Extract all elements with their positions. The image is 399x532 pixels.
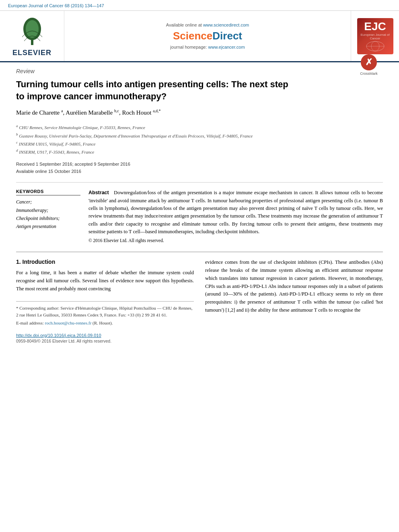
sciencedirect-url-link[interactable]: www.sciencedirect.com	[203, 23, 249, 27]
footnote-email: E-mail address: roch.houot@chu-rennes.fr…	[16, 320, 194, 327]
keyword-3: Checkpoint inhibitors;	[16, 214, 80, 222]
introduction-left-text: For a long time, it has been a matter of…	[16, 269, 194, 293]
keywords-list: Cancer; Immunotherapy; Checkpoint inhibi…	[16, 198, 80, 231]
keyword-4: Antigen presentation	[16, 222, 80, 230]
abstract-column: Abstract Downregulation/loss of the anti…	[88, 189, 383, 243]
sciencedirect-logo: ScienceDirect	[173, 30, 242, 42]
journal-reference: European Journal of Cancer 68 (2016) 134…	[8, 3, 104, 8]
section-divider	[16, 252, 383, 252]
author-1: Marie de Charette a	[16, 109, 63, 116]
ejc-globe-icon	[365, 40, 385, 52]
sciencedirect-logo-text: Direct	[212, 30, 242, 42]
elsevier-brand-name: ELSEVIER	[12, 49, 51, 57]
author-2: Aurélien Marabelle b,c	[66, 109, 119, 116]
article-title: Turning tumour cells into antigen presen…	[16, 78, 298, 102]
dates-section: Received 1 September 2016; accepted 9 Se…	[16, 161, 383, 175]
center-header: Available online at www.sciencedirect.co…	[64, 11, 351, 61]
authors-line: Marie de Charette a, Aurélien Marabelle …	[16, 109, 383, 116]
crossmark-label: CrossMark	[360, 72, 378, 76]
introduction-section: 1. Introduction For a long time, it has …	[16, 259, 383, 343]
keywords-title: KEYWORDS	[16, 189, 80, 195]
section-type-label: Review	[16, 68, 383, 74]
footnotes-section: * Corresponding author: Service d'Hémato…	[16, 301, 194, 327]
divider-1	[16, 182, 383, 183]
introduction-right-col: evidence comes from the use of checkpoin…	[205, 259, 383, 343]
elsevier-logo-box: ELSEVIER	[0, 11, 64, 61]
page-header: ELSEVIER Available online at www.science…	[0, 11, 399, 62]
journal-homepage-link[interactable]: www.ejcancer.com	[208, 45, 245, 49]
svg-point-2	[26, 20, 39, 38]
affiliation-c: c INSERM UI015, Villejuif, F-94805, Fran…	[16, 140, 383, 147]
doi-link[interactable]: http://dx.doi.org/10.1016/j.ejca.2016.09…	[16, 333, 194, 338]
email-link[interactable]: roch.houot@chu-rennes.fr	[45, 320, 91, 325]
affiliations-section: a CHU Rennes, Service Hématologie Cliniq…	[16, 123, 383, 155]
elsevier-tree-icon	[14, 15, 50, 47]
affiliation-d: d INSERM, U917, F-35043, Rennes, France	[16, 148, 383, 155]
introduction-right-text: evidence comes from the use of checkpoin…	[205, 259, 383, 314]
ejc-sub-text: European Journal of Cancer	[357, 33, 393, 40]
journal-homepage-line: journal homepage: www.ejcancer.com	[170, 45, 245, 49]
content-body: Review ✗ CrossMark Turning tumour cells …	[0, 62, 399, 351]
copyright-line: © 2016 Elsevier Ltd. All rights reserved…	[88, 238, 383, 243]
abstract-text: Abstract Downregulation/loss of the anti…	[88, 189, 383, 236]
author-3: Roch Houot a,d,*	[122, 109, 160, 116]
abstract-label: Abstract	[88, 190, 109, 195]
abstract-body: Downregulation/loss of the antigen prese…	[88, 190, 383, 234]
keyword-2: Immunotherapy;	[16, 206, 80, 214]
received-date: Received 1 September 2016; accepted 9 Se…	[16, 161, 383, 168]
ejc-badge: EJC European Journal of Cancer	[357, 18, 393, 54]
available-online-date: Available online 15 October 2016	[16, 168, 383, 175]
top-bar: European Journal of Cancer 68 (2016) 134…	[0, 0, 399, 11]
available-online-text: Available online at www.sciencedirect.co…	[166, 23, 249, 27]
affiliation-a: a CHU Rennes, Service Hématologie Cliniq…	[16, 123, 383, 131]
keyword-1: Cancer;	[16, 198, 80, 206]
issn-line: 0959-8049/© 2016 Elsevier Ltd. All right…	[16, 339, 194, 343]
footnote-corresponding: * Corresponding author: Service d'Hémato…	[16, 305, 194, 318]
introduction-left-col: 1. Introduction For a long time, it has …	[16, 259, 194, 343]
doi-section: http://dx.doi.org/10.1016/j.ejca.2016.09…	[16, 333, 194, 343]
keywords-abstract-section: KEYWORDS Cancer; Immunotherapy; Checkpoi…	[16, 189, 383, 243]
keywords-column: KEYWORDS Cancer; Immunotherapy; Checkpoi…	[16, 189, 80, 243]
affiliation-b: b Gustave Roussy, Université Paris-Sacla…	[16, 132, 383, 139]
ejc-logo-text: EJC	[364, 20, 386, 33]
ejc-logo-box: EJC European Journal of Cancer	[351, 11, 399, 61]
introduction-heading: 1. Introduction	[16, 259, 194, 265]
